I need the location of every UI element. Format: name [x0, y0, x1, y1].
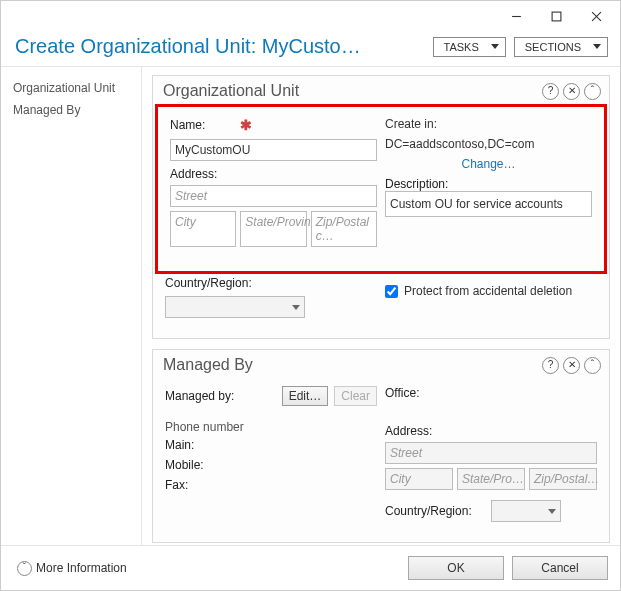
- tasks-label: TASKS: [444, 41, 479, 53]
- state-input[interactable]: State/Provin…: [240, 211, 306, 247]
- help-button[interactable]: ?: [542, 357, 559, 374]
- change-link[interactable]: Change…: [461, 157, 515, 171]
- address-label: Address:: [170, 167, 217, 181]
- mb-country-label: Country/Region:: [385, 504, 485, 518]
- name-row: Name: ✱: [170, 117, 377, 161]
- right-lower: Protect from accidental deletion: [385, 276, 597, 324]
- section-header: Managed By ? ✕ ˆ: [153, 350, 609, 376]
- svg-rect-1: [552, 12, 561, 21]
- section-title: Managed By: [163, 356, 538, 374]
- collapse-section-button[interactable]: ˆ: [584, 83, 601, 100]
- maximize-button[interactable]: [536, 3, 576, 29]
- chevron-down-icon: [593, 44, 601, 49]
- ok-button[interactable]: OK: [408, 556, 504, 580]
- section-body: Name: ✱ Address: Street City State/Provi…: [158, 107, 604, 271]
- close-icon: [591, 11, 602, 22]
- section-title: Organizational Unit: [163, 82, 538, 100]
- description-input[interactable]: [385, 191, 592, 217]
- footer: ˇ More Information OK Cancel: [1, 545, 620, 590]
- minimize-button[interactable]: [496, 3, 536, 29]
- collapse-section-button[interactable]: ˆ: [584, 357, 601, 374]
- left-lower: Country/Region:: [165, 276, 377, 324]
- right-column: Office: Address: Street City State/Pro… …: [385, 386, 597, 528]
- maximize-icon: [551, 11, 562, 22]
- managed-by-label: Managed by:: [165, 389, 245, 403]
- close-section-button[interactable]: ✕: [563, 357, 580, 374]
- create-in-label: Create in:: [385, 117, 437, 131]
- description-block: Description:: [385, 177, 592, 217]
- section-header: Organizational Unit ? ✕ ˆ: [153, 76, 609, 102]
- cancel-button[interactable]: Cancel: [512, 556, 608, 580]
- mb-zip-input[interactable]: Zip/Postal…: [529, 468, 597, 490]
- name-label: Name:: [170, 118, 230, 132]
- protect-checkbox[interactable]: [385, 285, 398, 298]
- titlebar: [1, 1, 620, 31]
- section-managed-by: Managed By ? ✕ ˆ Managed by: Edit… Clear…: [152, 349, 610, 543]
- close-section-button[interactable]: ✕: [563, 83, 580, 100]
- main-label: Main:: [165, 438, 225, 452]
- sidebar-item-managed-by[interactable]: Managed By: [1, 99, 141, 121]
- section-organizational-unit: Organizational Unit ? ✕ ˆ Name: ✱: [152, 75, 610, 339]
- more-info-toggle[interactable]: ˇ More Information: [13, 561, 127, 576]
- dialog-window: Create Organizational Unit: MyCusto… TAS…: [0, 0, 621, 591]
- minimize-icon: [511, 11, 522, 22]
- mb-address-block: Address: Street City State/Pro… Zip/Post…: [385, 424, 597, 490]
- section-body: Managed by: Edit… Clear Phone number Mai…: [153, 376, 609, 542]
- name-input[interactable]: [170, 139, 377, 161]
- page-title: Create Organizational Unit: MyCusto…: [15, 35, 425, 58]
- tasks-dropdown[interactable]: TASKS: [433, 37, 506, 57]
- chevron-down-icon: [292, 305, 300, 310]
- create-in-row: Create in: DC=aaddscontoso,DC=com: [385, 117, 592, 151]
- mb-city-input[interactable]: City: [385, 468, 453, 490]
- fax-label: Fax:: [165, 478, 225, 492]
- office-label: Office:: [385, 386, 445, 400]
- zip-input[interactable]: Zip/Postal c…: [311, 211, 377, 247]
- sections-label: SECTIONS: [525, 41, 581, 53]
- city-input[interactable]: City: [170, 211, 236, 247]
- phone-header: Phone number: [165, 420, 377, 434]
- more-info-label: More Information: [36, 561, 127, 575]
- chevron-down-icon: ˇ: [17, 561, 32, 576]
- sidebar: Organizational Unit Managed By: [1, 67, 142, 545]
- chevron-down-icon: [548, 509, 556, 514]
- sidebar-item-organizational-unit[interactable]: Organizational Unit: [1, 77, 141, 99]
- mb-state-input[interactable]: State/Pro…: [457, 468, 525, 490]
- mb-address-label: Address:: [385, 424, 432, 438]
- mb-country-select[interactable]: [491, 500, 561, 522]
- required-icon: ✱: [240, 117, 252, 133]
- address-block: Address: Street City State/Provin… Zip/P…: [170, 167, 377, 247]
- left-column: Name: ✱ Address: Street City State/Provi…: [170, 117, 377, 257]
- left-column: Managed by: Edit… Clear Phone number Mai…: [165, 386, 377, 528]
- section-body-lower: Country/Region: Protect from accidental …: [153, 276, 609, 338]
- description-label: Description:: [385, 177, 448, 191]
- edit-button[interactable]: Edit…: [282, 386, 329, 406]
- body: Organizational Unit Managed By Organizat…: [1, 67, 620, 545]
- country-select[interactable]: [165, 296, 305, 318]
- highlight-annotation: Name: ✱ Address: Street City State/Provi…: [155, 104, 607, 274]
- mobile-label: Mobile:: [165, 458, 225, 472]
- help-button[interactable]: ?: [542, 83, 559, 100]
- street-input[interactable]: Street: [170, 185, 377, 207]
- chevron-down-icon: [491, 44, 499, 49]
- main-panel: Organizational Unit ? ✕ ˆ Name: ✱: [142, 67, 620, 545]
- clear-button[interactable]: Clear: [334, 386, 377, 406]
- country-label: Country/Region:: [165, 276, 265, 290]
- protect-label: Protect from accidental deletion: [404, 284, 572, 298]
- close-button[interactable]: [576, 3, 616, 29]
- create-in-value: DC=aaddscontoso,DC=com: [385, 137, 534, 151]
- right-column: Create in: DC=aaddscontoso,DC=com Change…: [385, 117, 592, 257]
- sections-dropdown[interactable]: SECTIONS: [514, 37, 608, 57]
- header: Create Organizational Unit: MyCusto… TAS…: [1, 31, 620, 67]
- mb-street-input[interactable]: Street: [385, 442, 597, 464]
